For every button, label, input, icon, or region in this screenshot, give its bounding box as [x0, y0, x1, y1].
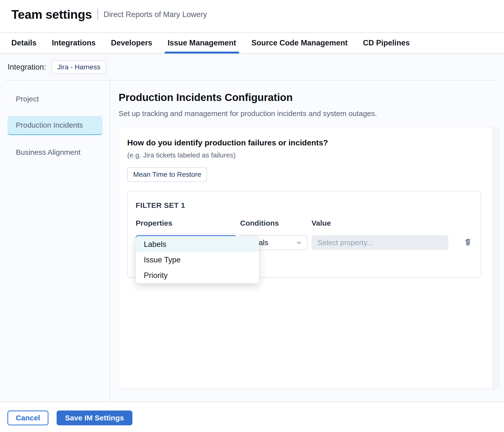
- sidebar-item-project[interactable]: Project: [7, 89, 103, 108]
- integration-label: Integration:: [8, 63, 46, 72]
- dropdown-option-labels[interactable]: Labels: [136, 236, 259, 252]
- section-heading: Production Incidents Configuration: [119, 92, 500, 103]
- properties-label: Properties: [136, 219, 236, 227]
- tab-issue-management[interactable]: Issue Management: [165, 33, 239, 53]
- tab-bar: Details Integrations Developers Issue Ma…: [0, 32, 504, 54]
- header: Team settings Direct Reports of Mary Low…: [0, 0, 504, 32]
- sidebar-item-business-alignment[interactable]: Business Alignment: [7, 143, 103, 162]
- section-description: Set up tracking and management for produ…: [119, 109, 500, 118]
- dropdown-option-issue-type[interactable]: Issue Type: [136, 252, 259, 268]
- value-column: Value: [312, 219, 448, 250]
- page-title: Team settings: [11, 7, 92, 22]
- content-region: Project Production Incidents Business Al…: [0, 81, 504, 402]
- save-im-settings-button[interactable]: Save IM Settings: [57, 411, 132, 425]
- settings-sidebar: Project Production Incidents Business Al…: [0, 81, 110, 402]
- conditions-label: Conditions: [240, 219, 308, 227]
- tab-integrations[interactable]: Integrations: [49, 33, 99, 53]
- footer-actions: Cancel Save IM Settings: [0, 402, 504, 432]
- mean-time-to-restore-chip[interactable]: Mean Time to Restore: [127, 167, 207, 182]
- delete-filter-button[interactable]: [463, 234, 473, 249]
- filter-set-title: FILTER SET 1: [136, 201, 473, 210]
- scrollbar[interactable]: [492, 127, 499, 389]
- title-separator: [97, 9, 98, 20]
- tab-developers[interactable]: Developers: [108, 33, 155, 53]
- page-subtitle: Direct Reports of Mary Lowery: [104, 10, 207, 19]
- filter-set-1: FILTER SET 1 Properties - Select propert…: [127, 191, 481, 278]
- sidebar-item-production-incidents[interactable]: Production Incidents: [7, 116, 103, 135]
- properties-dropdown: Labels Issue Type Priority: [136, 236, 259, 283]
- properties-column: Properties - Select property... -: [136, 219, 236, 250]
- tab-cd-pipelines[interactable]: CD Pipelines: [360, 33, 413, 53]
- value-input[interactable]: [312, 235, 448, 250]
- trash-icon: [463, 237, 472, 246]
- tab-source-code-management[interactable]: Source Code Management: [249, 33, 351, 53]
- incidents-config-card: How do you identify production failures …: [119, 127, 500, 389]
- integration-badge[interactable]: Jira - Harness: [51, 60, 106, 74]
- question-heading: How do you identify production failures …: [127, 138, 483, 147]
- filter-row: Properties - Select property... -: [136, 219, 473, 250]
- integration-bar: Integration: Jira - Harness: [0, 54, 504, 81]
- question-hint: (e.g. Jira tickets labeled as failures): [127, 151, 483, 159]
- cancel-button[interactable]: Cancel: [7, 411, 48, 425]
- value-label: Value: [312, 219, 448, 227]
- main-panel: Production Incidents Configuration Set u…: [110, 81, 504, 402]
- tab-details[interactable]: Details: [8, 33, 40, 53]
- dropdown-option-priority[interactable]: Priority: [136, 268, 259, 283]
- title-row: Team settings Direct Reports of Mary Low…: [11, 7, 207, 22]
- chevron-down-icon: [295, 239, 302, 246]
